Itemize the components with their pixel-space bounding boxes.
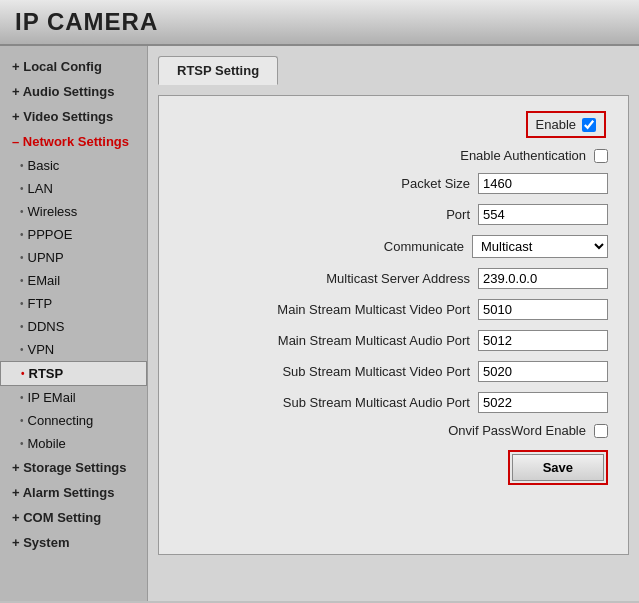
sidebar-item-com-setting[interactable]: + COM Setting [0,505,147,530]
enable-box: Enable [526,111,606,138]
port-label: Port [230,207,470,222]
bullet-icon: • [20,252,24,263]
bullet-icon: • [20,392,24,403]
sidebar-item-ddns[interactable]: • DDNS [0,315,147,338]
sidebar-item-basic[interactable]: • Basic [0,154,147,177]
bullet-icon: • [20,275,24,286]
auth-label: Enable Authentication [346,148,586,163]
app-title: IP CAMERA [15,8,624,36]
bullet-icon: • [20,206,24,217]
sidebar-item-ip-email[interactable]: • IP EMail [0,386,147,409]
communicate-label: Communicate [224,239,464,254]
sidebar-network-settings[interactable]: – Network Settings [0,129,147,154]
sidebar-item-vpn[interactable]: • VPN [0,338,147,361]
sidebar-item-video-settings[interactable]: + Video Settings [0,104,147,129]
main-video-port-input[interactable] [478,299,608,320]
sidebar-item-audio-settings[interactable]: + Audio Settings [0,79,147,104]
tab-bar: RTSP Setting [158,56,629,85]
packet-size-label: Packet Size [230,176,470,191]
packet-size-input[interactable] [478,173,608,194]
packet-size-row: Packet Size [179,173,608,194]
port-row: Port [179,204,608,225]
onvif-row: Onvif PassWord Enable [179,423,608,438]
multicast-server-input[interactable] [478,268,608,289]
auth-checkbox[interactable] [594,149,608,163]
save-btn-wrapper: Save [508,450,608,485]
sidebar-item-alarm-settings[interactable]: + Alarm Settings [0,480,147,505]
bullet-icon: • [20,438,24,449]
enable-label: Enable [536,117,576,132]
content-panel: Enable Enable Authentication Packet Size… [158,95,629,555]
tab-rtsp-setting[interactable]: RTSP Setting [158,56,278,85]
bullet-icon: • [20,298,24,309]
sidebar-item-upnp[interactable]: • UPNP [0,246,147,269]
bullet-icon: • [20,415,24,426]
sidebar-item-wireless[interactable]: • Wireless [0,200,147,223]
sidebar-item-system[interactable]: + System [0,530,147,555]
onvif-checkbox[interactable] [594,424,608,438]
communicate-row: Communicate Multicast Unicast [179,235,608,258]
sidebar: + Local Config + Audio Settings + Video … [0,46,148,601]
bullet-icon: • [20,321,24,332]
multicast-server-row: Multicast Server Address [179,268,608,289]
sidebar-item-lan[interactable]: • LAN [0,177,147,200]
main-content: RTSP Setting Enable Enable Authenticatio… [148,46,639,601]
bullet-icon: • [20,160,24,171]
sidebar-item-rtsp[interactable]: • RTSP [0,361,147,386]
sub-audio-port-label: Sub Stream Multicast Audio Port [230,395,470,410]
bullet-icon: • [20,183,24,194]
sub-video-port-label: Sub Stream Multicast Video Port [230,364,470,379]
auth-row: Enable Authentication [179,148,608,163]
sub-video-port-row: Sub Stream Multicast Video Port [179,361,608,382]
main-audio-port-input[interactable] [478,330,608,351]
communicate-select[interactable]: Multicast Unicast [472,235,608,258]
port-input[interactable] [478,204,608,225]
sidebar-item-email[interactable]: • EMail [0,269,147,292]
main-audio-port-label: Main Stream Multicast Audio Port [230,333,470,348]
save-row: Save [179,450,608,485]
bullet-icon: • [20,344,24,355]
sidebar-item-ftp[interactable]: • FTP [0,292,147,315]
main-audio-port-row: Main Stream Multicast Audio Port [179,330,608,351]
enable-row: Enable [179,111,608,138]
sidebar-item-connecting[interactable]: • Connecting [0,409,147,432]
sub-video-port-input[interactable] [478,361,608,382]
sub-audio-port-row: Sub Stream Multicast Audio Port [179,392,608,413]
sub-audio-port-input[interactable] [478,392,608,413]
bullet-red-icon: • [21,368,25,379]
bullet-icon: • [20,229,24,240]
sidebar-item-storage-settings[interactable]: + Storage Settings [0,455,147,480]
save-button[interactable]: Save [512,454,604,481]
enable-checkbox[interactable] [582,118,596,132]
sidebar-item-pppoe[interactable]: • PPPOE [0,223,147,246]
main-video-port-label: Main Stream Multicast Video Port [230,302,470,317]
sidebar-item-local-config[interactable]: + Local Config [0,54,147,79]
sidebar-item-mobile[interactable]: • Mobile [0,432,147,455]
multicast-server-label: Multicast Server Address [230,271,470,286]
onvif-label: Onvif PassWord Enable [346,423,586,438]
main-video-port-row: Main Stream Multicast Video Port [179,299,608,320]
app-header: IP CAMERA [0,0,639,46]
